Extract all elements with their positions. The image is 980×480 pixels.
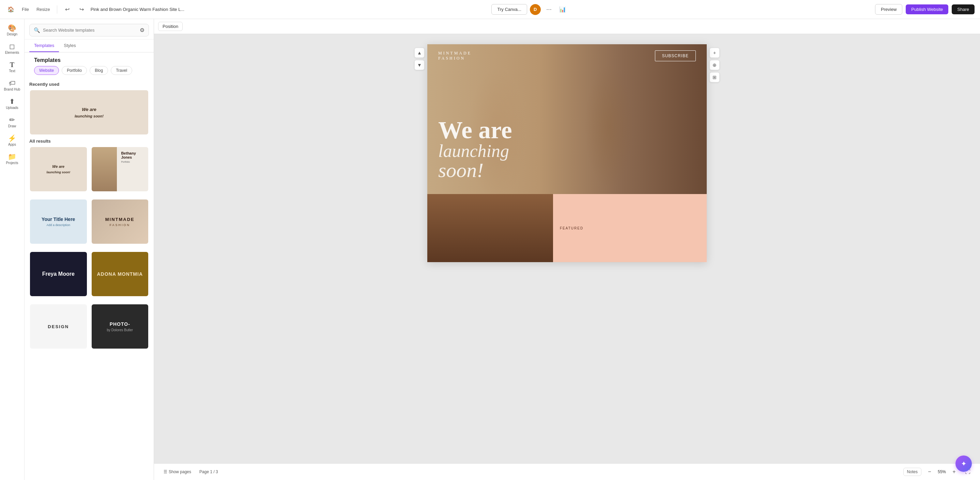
filter-tags: Website Portfolio Blog Travel <box>29 66 149 78</box>
template-card-launching-recent[interactable]: We are launching soon! <box>29 90 149 135</box>
redo-button[interactable]: ↪ <box>76 4 87 15</box>
search-box: 🔍 ⚙ <box>29 24 149 36</box>
filter-icon[interactable]: ⚙ <box>140 27 145 33</box>
fashion-logo-line1: MINTMADE <box>438 51 472 56</box>
canvas-page: MINTMADE FASHION SUBSCRIBE We are laun <box>427 44 707 262</box>
canvas-right-controls: + ⊕ ⊞ <box>710 48 720 82</box>
bethany-text-area: Bethany Jones Portfolio <box>117 147 148 191</box>
all-results-label: All results <box>29 139 149 144</box>
search-area: 🔍 ⚙ <box>24 19 154 40</box>
recently-used-label: Recently used <box>29 82 149 87</box>
fashion-launching-text: launching <box>438 142 512 160</box>
search-icon: 🔍 <box>34 27 40 33</box>
fashion-nav: MINTMADE FASHION SUBSCRIBE <box>427 44 707 67</box>
fashion-hero-bg: MINTMADE FASHION SUBSCRIBE We are laun <box>427 44 707 194</box>
filter-travel[interactable]: Travel <box>111 66 132 75</box>
page-controls-icon[interactable]: + <box>710 48 720 58</box>
sidebar-item-draw[interactable]: ✏ Draw <box>2 114 23 131</box>
top-bar-center: Try Canva... D ⋯ 📊 <box>188 4 871 15</box>
your-title-text: Your Title Here <box>41 217 75 222</box>
canva-assistant-button[interactable]: ✦ <box>956 456 972 472</box>
top-bar-left: 🏠 File Resize ↩ ↪ Pink and Brown Organic… <box>5 4 185 15</box>
page-add-icon[interactable]: ⊕ <box>710 60 720 70</box>
document-title: Pink and Brown Organic Warm Fashion Site… <box>91 7 185 12</box>
zoom-out-button[interactable]: − <box>924 466 935 477</box>
page-indicator: ☰ Show pages Page 1 / 3 <box>161 468 218 475</box>
home-button[interactable]: 🏠 <box>5 4 16 15</box>
template-card-photo[interactable]: PHOTO- by Dolores Butler <box>91 304 149 349</box>
adona-text: ADONA MONTMIA <box>97 271 143 277</box>
search-input[interactable] <box>43 28 137 33</box>
publish-website-button[interactable]: Publish Website <box>906 5 948 14</box>
analytics-button[interactable]: 📊 <box>557 4 568 15</box>
template-text-2: launching soon! <box>47 171 70 174</box>
templates-tabs: Templates Styles <box>24 40 154 52</box>
preview-button[interactable]: Preview <box>875 4 902 15</box>
sidebar-item-apps[interactable]: ⚡ Apps <box>2 132 23 149</box>
mintmade-sub: FASHION <box>110 223 130 227</box>
file-button[interactable]: File <box>20 4 31 15</box>
apps-icon: ⚡ <box>8 135 16 142</box>
fashion-logo: MINTMADE FASHION <box>438 51 472 61</box>
bethany-name: Bethany Jones <box>121 151 144 159</box>
page-number: Page 1 / 3 <box>199 469 218 474</box>
sidebar-item-projects[interactable]: 📁 Projects <box>2 150 23 168</box>
fashion-subscribe-button[interactable]: SUBSCRIBE <box>655 51 696 61</box>
text-icon: T <box>10 61 14 68</box>
resize-button[interactable]: Resize <box>34 4 52 15</box>
top-bar: 🏠 File Resize ↩ ↪ Pink and Brown Organic… <box>0 0 980 19</box>
all-results-grid: We are launching soon! Bethany Jones Por… <box>29 146 149 353</box>
avatar: D <box>530 4 541 15</box>
assistant-icon: ✦ <box>961 459 967 468</box>
filter-portfolio[interactable]: Portfolio <box>62 66 87 75</box>
filter-website[interactable]: Website <box>34 66 59 75</box>
freya-text: Freya Moore <box>42 271 75 277</box>
fashion-we-are-text: We are <box>438 118 512 142</box>
templates-scroll: Templates Website Portfolio Blog Travel … <box>24 52 154 480</box>
template-card-mintmade[interactable]: MINTMADE FASHION <box>91 199 149 244</box>
canvas-wrapper[interactable]: ▲ ▼ MINTMADE FASHION <box>154 34 980 463</box>
canvas-left-controls: ▲ ▼ <box>414 48 425 70</box>
template-card-your-title[interactable]: Your Title Here Add a description <box>29 199 88 244</box>
mintmade-text: MINTMADE <box>105 217 135 222</box>
template-card-freya[interactable]: Freya Moore <box>29 251 88 297</box>
template-card-design[interactable]: DESIGN <box>29 304 88 349</box>
brand-hub-icon: 🏷 <box>9 80 16 87</box>
zoom-up-icon[interactable]: ▲ <box>414 48 425 58</box>
top-bar-right: Preview Publish Website Share <box>875 4 975 15</box>
page-grid-icon[interactable]: ⊞ <box>710 72 720 82</box>
uploads-icon: ⬆ <box>9 98 15 105</box>
fashion-logo-line2: FASHION <box>438 56 472 61</box>
sidebar-item-uploads[interactable]: ⬆ Uploads <box>2 95 23 112</box>
position-button[interactable]: Position <box>158 22 183 31</box>
canvas-section-2-text: FEATURED <box>553 220 707 237</box>
template-card-launching-1[interactable]: We are launching soon! <box>29 146 88 192</box>
tab-styles[interactable]: Styles <box>59 40 80 52</box>
sidebar-item-design[interactable]: 🎨 Design <box>2 22 23 39</box>
try-canva-button[interactable]: Try Canva... <box>492 4 527 15</box>
undo-button[interactable]: ↩ <box>62 4 73 15</box>
design-text: DESIGN <box>48 324 69 329</box>
section-2-label: FEATURED <box>560 227 700 230</box>
sidebar-item-text[interactable]: T Text <box>2 59 23 76</box>
tab-templates[interactable]: Templates <box>29 40 59 52</box>
template-text-1: We are <box>52 165 64 168</box>
template-card-bethany[interactable]: Bethany Jones Portfolio <box>91 146 149 192</box>
photo-text: PHOTO- <box>110 322 130 327</box>
main-layout: 🎨 Design ◻ Elements T Text 🏷 Brand Hub ⬆… <box>0 19 980 480</box>
sidebar-item-elements[interactable]: ◻ Elements <box>2 40 23 57</box>
templates-panel: 🔍 ⚙ Templates Styles Templates Website P… <box>24 19 154 480</box>
show-pages-button[interactable]: ☰ Show pages <box>161 468 194 475</box>
zoom-down-icon[interactable]: ▼ <box>414 60 425 70</box>
notes-button[interactable]: Notes <box>903 468 921 476</box>
more-options-button[interactable]: ⋯ <box>544 4 554 15</box>
bethany-desc: Portfolio <box>121 161 144 163</box>
photo-by-text: by Dolores Butler <box>107 328 133 332</box>
projects-icon: 📁 <box>8 153 16 160</box>
elements-icon: ◻ <box>9 43 15 50</box>
sidebar-item-brand-hub[interactable]: 🏷 Brand Hub <box>2 77 23 94</box>
filter-blog[interactable]: Blog <box>90 66 108 75</box>
share-button[interactable]: Share <box>952 5 975 14</box>
template-card-adona[interactable]: ADONA MONTMIA <box>91 251 149 297</box>
draw-icon: ✏ <box>9 116 15 123</box>
